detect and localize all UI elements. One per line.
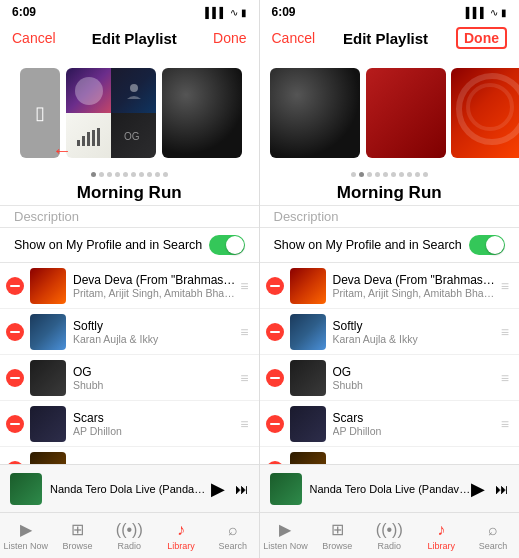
tab-label-library-1: Library [167,541,195,551]
drag-handle-1-3[interactable]: ≡ [240,370,248,386]
toggle-label-2: Show on My Profile and in Search [274,238,462,252]
tab-listen-now-2[interactable]: ▶ Listen Now [260,520,312,551]
dot2-active [359,172,364,177]
status-bar-2: 6:09 ▌▌▌ ∿ ▮ [260,0,520,22]
library-icon-2: ♪ [437,521,445,539]
dot2-5 [391,172,396,177]
tab-radio-1[interactable]: ((•)) Radio [103,521,155,551]
toggle-switch-1[interactable] [209,235,245,255]
description-field-2[interactable]: Description [260,205,520,228]
remove-song-2-1[interactable] [266,277,284,295]
status-icons-1: ▌▌▌ ∿ ▮ [205,7,246,18]
tab-radio-2[interactable]: ((•)) Radio [363,521,415,551]
artwork-collage-1[interactable]: OG [66,68,156,158]
song-artist-2-1: Pritam, Arijit Singh, Amitabh Bhattachar… [333,287,497,299]
status-bar-1: 6:09 ▌▌▌ ∿ ▮ [0,0,259,22]
song-list-1: Deva Deva (From "Brahmastra") Pritam, Ar… [0,263,259,464]
artwork-secondary-2 [366,68,520,158]
now-playing-2: Nanda Tero Dola Live (Pandavaas) ▶ ⏭ [260,464,520,512]
listen-now-icon-2: ▶ [279,520,291,539]
song-item-1-4: Scars AP Dhillon ≡ [0,401,259,447]
tab-browse-2[interactable]: ⊞ Browse [311,520,363,551]
dot2-6 [399,172,404,177]
tab-search-1[interactable]: ⌕ Search [207,521,259,551]
tab-search-2[interactable]: ⌕ Search [467,521,519,551]
drag-handle-1-2[interactable]: ≡ [240,324,248,340]
artwork-secondary-1 [162,68,259,158]
remove-song-1-2[interactable] [6,323,24,341]
svg-text:OG: OG [124,131,140,142]
svg-rect-2 [82,136,85,146]
toggle-row-2: Show on My Profile and in Search [260,228,520,263]
search-icon-2: ⌕ [488,521,498,539]
status-icons-2: ▌▌▌ ∿ ▮ [466,7,507,18]
artwork-main-2[interactable] [270,68,360,158]
description-placeholder-2: Description [274,209,339,224]
done-button-1[interactable]: Done [213,30,246,46]
wifi-icon: ∿ [230,7,238,18]
song-thumb-1-3 [30,360,66,396]
dot-7 [147,172,152,177]
song-item-2-5: Lifestyle ≡ [260,447,520,464]
skip-button-2[interactable]: ⏭ [495,481,509,497]
remove-song-2-4[interactable] [266,415,284,433]
svg-rect-1 [77,140,80,146]
song-info-2-1: Deva Deva (From "Brahmastra") Pritam, Ar… [333,273,497,299]
tab-bar-2: ▶ Listen Now ⊞ Browse ((•)) Radio ♪ Libr… [260,512,520,558]
remove-song-1-3[interactable] [6,369,24,387]
art-morning-run-1 [162,68,242,158]
tab-library-1[interactable]: ♪ Library [155,521,207,551]
np-thumb-1 [10,473,42,505]
remove-song-1-4[interactable] [6,415,24,433]
remove-song-2-3[interactable] [266,369,284,387]
drag-handle-1-4[interactable]: ≡ [240,416,248,432]
remove-song-2-2[interactable] [266,323,284,341]
cancel-button-1[interactable]: Cancel [12,30,56,46]
signal-icon-2: ▌▌▌ [466,7,487,18]
play-button-1[interactable]: ▶ [211,478,225,500]
drag-handle-2-3[interactable]: ≡ [501,370,509,386]
listen-now-icon-1: ▶ [20,520,32,539]
status-time-2: 6:09 [272,5,296,19]
drag-handle-2-2[interactable]: ≡ [501,324,509,340]
tab-browse-1[interactable]: ⊞ Browse [52,520,104,551]
dot2-8 [415,172,420,177]
cancel-button-2[interactable]: Cancel [272,30,316,46]
dot2-0 [351,172,356,177]
description-field-1[interactable]: Description [0,205,259,228]
drag-handle-2-1[interactable]: ≡ [501,278,509,294]
toggle-knob-1 [226,236,244,254]
skip-button-1[interactable]: ⏭ [235,481,249,497]
play-button-2[interactable]: ▶ [471,478,485,500]
song-title-1-4: Scars [73,411,236,425]
tab-listen-now-1[interactable]: ▶ Listen Now [0,520,52,551]
song-item-1-3: OG Shubh ≡ [0,355,259,401]
radio-icon-2: ((•)) [376,521,403,539]
np-controls-2: ▶ ⏭ [471,478,509,500]
dots-row-2 [260,168,520,179]
toggle-switch-2[interactable] [469,235,505,255]
tab-label-browse-2: Browse [322,541,352,551]
song-info-2-2: Softly Karan Aujla & Ikky [333,319,497,345]
status-time-1: 6:09 [12,5,36,19]
dot-1 [99,172,104,177]
np-title-2: Nanda Tero Dola Live (Pandavaas) [310,483,472,495]
header-2: Cancel Edit Playlist Done [260,22,520,58]
done-button-2[interactable]: Done [456,27,507,49]
remove-song-1-1[interactable] [6,277,24,295]
dot2-7 [407,172,412,177]
artwork-area-1: ▯ [0,58,259,168]
song-artist-1-1: Pritam, Arijit Singh, Amitabh Bhattachar… [73,287,236,299]
np-controls-1: ▶ ⏭ [211,478,249,500]
song-item-2-2: Softly Karan Aujla & Ikky ≡ [260,309,520,355]
panel-2: 6:09 ▌▌▌ ∿ ▮ Cancel Edit Playlist Done [260,0,520,558]
song-thumb-2-3 [290,360,326,396]
drag-handle-2-4[interactable]: ≡ [501,416,509,432]
song-artist-2-4: AP Dhillon [333,425,497,437]
camera-icon: ▯ [35,102,45,124]
tab-label-browse-1: Browse [63,541,93,551]
song-title-2-2: Softly [333,319,497,333]
tab-library-2[interactable]: ♪ Library [415,521,467,551]
drag-handle-1-1[interactable]: ≡ [240,278,248,294]
svg-point-0 [130,84,138,92]
